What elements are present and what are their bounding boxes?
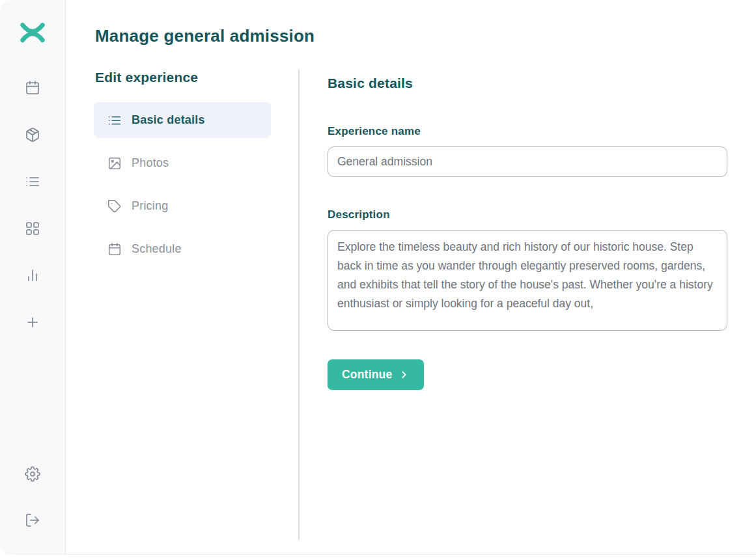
rail-footer [25,466,40,528]
list-icon[interactable] [25,174,40,189]
nav-item-pricing[interactable]: Pricing [94,188,271,224]
bar-chart-icon[interactable] [25,268,40,283]
rail-nav [25,80,40,330]
xola-logo [20,22,45,43]
description-label: Description [328,208,727,221]
app-window: Manage general admission Edit experience… [0,0,756,554]
icon-rail-sidebar [0,0,66,554]
nav-item-label: Basic details [132,113,205,127]
description-field-group: Description Explore the timeless beauty … [328,208,727,331]
edit-experience-nav: Basic details Photos Pricing [94,102,298,267]
nav-item-basic-details[interactable]: Basic details [94,102,271,138]
chevron-right-icon [399,369,410,380]
page-title: Manage general admission [95,26,727,46]
continue-button-label: Continue [342,368,392,382]
plus-icon[interactable] [25,314,40,330]
experience-name-input[interactable] [328,146,727,177]
main-content: Manage general admission Edit experience… [66,0,756,554]
list-icon [107,113,122,128]
nav-item-label: Photos [132,156,169,170]
nav-item-schedule[interactable]: Schedule [94,231,271,267]
logout-icon[interactable] [25,512,40,528]
tag-icon [107,199,122,214]
experience-name-field-group: Experience name [328,125,727,177]
basic-details-heading: Basic details [328,76,727,91]
edit-experience-heading: Edit experience [95,70,298,85]
grid-icon[interactable] [25,221,40,236]
calendar-icon[interactable] [25,80,40,96]
nav-item-label: Pricing [132,199,168,213]
package-icon[interactable] [25,127,40,143]
continue-button[interactable]: Continue [328,359,424,390]
nav-item-photos[interactable]: Photos [94,145,271,181]
description-textarea[interactable]: Explore the timeless beauty and rich his… [328,230,727,331]
image-icon [107,156,122,171]
nav-item-label: Schedule [132,242,182,256]
edit-experience-panel: Edit experience Basic details Photos [95,70,298,540]
calendar-icon [107,242,122,257]
settings-gear-icon[interactable] [25,466,40,482]
basic-details-form: Basic details Experience name Descriptio… [300,70,727,540]
experience-name-label: Experience name [328,125,727,138]
